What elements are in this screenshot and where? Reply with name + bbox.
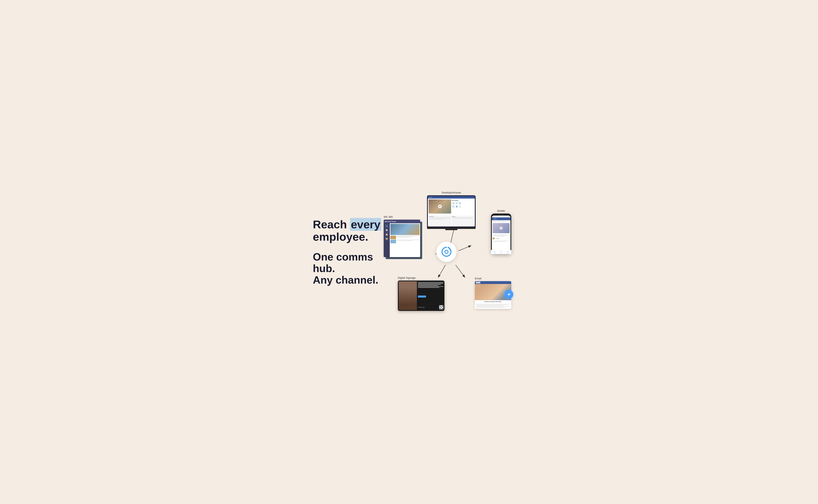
content-line [418,287,439,288]
qr-code [439,305,443,309]
phone-notch [498,214,504,215]
laptop-hero-image [429,199,451,214]
teams-topbar: Microsoft Teams [384,220,420,223]
news-bar [452,218,474,219]
email-brand-logo: ACME [476,282,480,283]
phone-hero-image [493,223,510,233]
icon-box: 🔔 [452,202,455,204]
news-bar [429,219,444,219]
laptop-stand [445,229,457,230]
laptop-right-panel: My workplace 🔔 📋 ⚙️ 💬 👤 📁 [452,199,474,215]
text-line [397,240,413,241]
icon-box: 👤 [455,205,458,208]
icon-row-2: 💬 👤 📁 [452,205,474,208]
phone-bottom-navbar [492,250,510,252]
signage-image [399,281,417,310]
text-line [397,236,420,236]
text-line [476,305,507,305]
phone-text-preview [492,220,510,223]
article-lines [397,236,420,239]
nav-dot [429,197,429,198]
laptop-content: My workplace 🔔 📋 ⚙️ 💬 👤 📁 [428,199,475,226]
laptop-topbar [428,196,475,199]
icon-box: 💬 [452,205,455,208]
hub-logo-icon [440,246,453,258]
person-image [399,281,417,310]
user-avatar [493,237,495,239]
signage-company-name: ⊞ MyCompany [418,307,425,308]
content-line [418,282,443,283]
text-line [493,222,506,222]
comment-text [493,240,510,243]
text-line [476,306,503,306]
my-workplace-label: My workplace [452,200,474,201]
news-bar [452,217,474,218]
sidebar-icon: 📁 [385,237,389,240]
ms365-channel: MS 365 Microsoft Teams 👥 💬 📅 📁 [384,215,422,260]
sidebar-icon: 📅 [385,233,389,236]
qr-block [440,308,441,309]
signage-label: Digital Signage [398,276,444,279]
channels-diagram: Desktop/Intranet [382,189,511,315]
content-line [418,285,438,286]
sub-headline: One comms hub. Any channel. [313,251,382,286]
laptop-screen: My workplace 🔔 📋 ⚙️ 💬 👤 📁 [427,195,476,227]
text-line [476,304,510,304]
signage-cta-btn [418,296,426,298]
content-line [418,286,443,287]
main-headline: Reach every employee. [313,218,382,243]
content-line [418,284,441,285]
signage-inner: ⊞ MyCompany [399,281,444,310]
highlight-every: every [350,218,381,231]
profile-icon [507,251,509,252]
text-line [476,306,510,307]
teams-mockup: Microsoft Teams 👥 💬 📅 📁 [384,220,422,260]
play-triangle-icon [440,206,441,207]
phone-comments: Fiona Miller [492,233,510,243]
text-line [493,235,507,236]
text-line [397,240,420,240]
phone-navbar: ← Article [492,217,510,220]
left-text-section: Reach every employee. One comms hub. Any… [307,218,382,286]
text-line [493,241,508,241]
text-line [476,307,505,308]
qr-block [441,308,442,309]
news-item-2: My News [452,216,474,225]
text-line [397,236,415,237]
teams-app-name: Microsoft Teams [385,221,396,222]
text-line [493,236,504,236]
user-name: Fiona Miller [495,238,500,239]
news-item-1: Global News [429,216,451,225]
article-thumb [390,240,396,243]
icon-box: 📁 [458,205,461,208]
signage-channel: Digital Signage [398,276,444,311]
phone-text-block [493,234,510,237]
teams-front-card: Microsoft Teams 👥 💬 📅 📁 [384,220,420,257]
article-lines [397,240,420,243]
signage-content: ⊞ MyCompany [418,281,444,310]
icon-row: 🔔 📋 ⚙️ [452,202,474,204]
central-hub [436,242,457,262]
content-line [418,283,443,284]
email-newsletter-title: Monthly Employee Newsletter [475,300,511,303]
send-button[interactable]: ➤ [504,290,513,299]
laptop-base [427,227,476,229]
text-line [493,234,509,235]
qr-block [441,306,442,307]
qr-block [440,306,441,307]
email-channel: Email ACME Monthly Employee Newsletter [475,277,511,309]
search-icon [500,251,502,252]
signage-footer: ⊞ MyCompany [418,305,443,309]
qr-block [442,307,443,308]
user-info-row: Fiona Miller [493,237,510,239]
text-line [493,241,506,242]
signage-text [418,282,443,288]
teams-sidebar: 👥 💬 📅 📁 [384,223,390,257]
laptop-screen-inner: My workplace 🔔 📋 ⚙️ 💬 👤 📁 [428,196,475,226]
mobile-label: Mobile [491,209,511,212]
qr-block [442,306,443,307]
nav-dot [430,197,431,198]
text-line [397,237,410,237]
laptop-mockup: My workplace 🔔 📋 ⚙️ 💬 👤 📁 [427,195,476,230]
news-bar [429,218,451,219]
